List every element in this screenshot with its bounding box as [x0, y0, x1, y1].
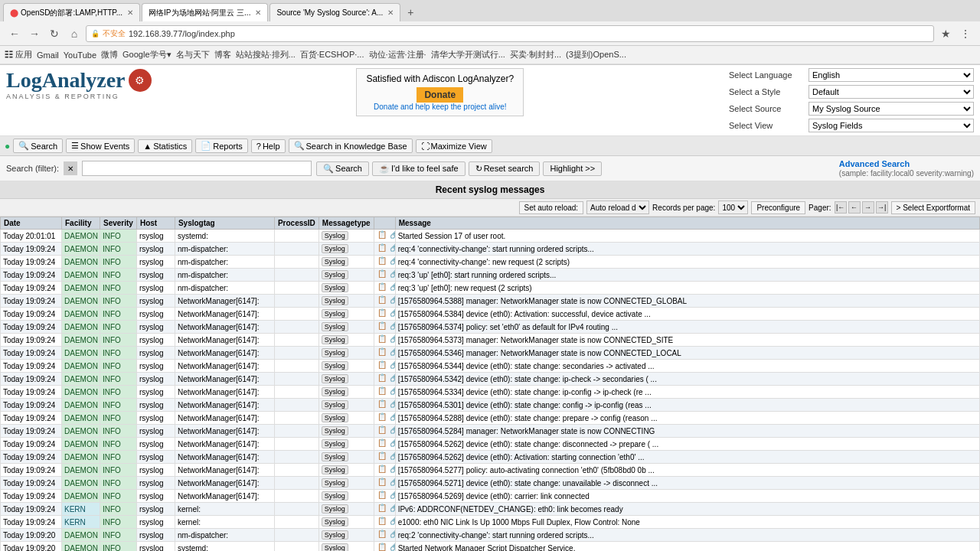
detail-icon[interactable]: 📋: [377, 425, 387, 436]
link-icon[interactable]: 🔗: [389, 256, 395, 267]
detail-icon[interactable]: 📋: [377, 295, 387, 306]
detail-icon[interactable]: 📋: [377, 243, 387, 254]
select-language-dropdown[interactable]: English: [808, 68, 974, 82]
forward-button[interactable]: →: [26, 25, 43, 42]
table-row[interactable]: Today 19:09:24 DAEMON INFO rsyslog Netwo…: [1, 412, 980, 425]
link-icon[interactable]: 🔗: [389, 295, 395, 306]
detail-icon[interactable]: 📋: [377, 530, 387, 540]
detail-icon[interactable]: 📋: [377, 269, 387, 280]
link-icon[interactable]: 🔗: [389, 491, 395, 501]
records-per-page-select[interactable]: 100: [718, 201, 748, 214]
address-text[interactable]: 192.168.39.77/log/index.php: [129, 29, 929, 38]
table-row[interactable]: Today 19:09:24 KERN INFO rsyslog kernel:…: [1, 516, 980, 529]
col-header-date[interactable]: Date: [1, 217, 62, 230]
link-icon[interactable]: 🔗: [389, 399, 395, 410]
menu-button[interactable]: ⋮: [957, 25, 974, 42]
table-row[interactable]: Today 19:09:24 DAEMON INFO rsyslog Netwo…: [1, 399, 980, 412]
auto-reload-select[interactable]: Auto reload d: [586, 201, 649, 214]
back-button[interactable]: ←: [6, 25, 23, 42]
address-bar[interactable]: 🔓 不安全 192.168.39.77/log/index.php: [86, 25, 934, 42]
search-button[interactable]: 🔍 Search: [13, 139, 63, 153]
table-row[interactable]: Today 19:09:20 DAEMON INFO rsyslog syste…: [1, 542, 980, 552]
bookmark-site1[interactable]: 站站搜站·排列...: [236, 49, 296, 60]
bookmark-tsinghua[interactable]: 清华大学开测试行...: [431, 49, 505, 60]
knowledge-base-button[interactable]: 🔍 Search in Knowledge Base: [289, 139, 413, 153]
table-row[interactable]: Today 19:09:24 DAEMON INFO rsyslog Netwo…: [1, 386, 980, 399]
new-tab-button[interactable]: +: [402, 4, 419, 21]
detail-icon[interactable]: 📋: [377, 543, 387, 551]
table-row[interactable]: Today 19:09:20 DAEMON INFO rsyslog nm-di…: [1, 529, 980, 542]
tab-3-close[interactable]: ✕: [387, 8, 394, 17]
detail-icon[interactable]: 📋: [377, 504, 387, 514]
link-icon[interactable]: 🔗: [389, 282, 395, 293]
detail-icon[interactable]: 📋: [377, 347, 387, 358]
bookmark-youtube[interactable]: YouTube: [64, 51, 96, 60]
link-icon[interactable]: 🔗: [389, 465, 395, 475]
col-header-facility[interactable]: Facility: [62, 217, 100, 230]
table-row[interactable]: Today 19:09:24 DAEMON INFO rsyslog Netwo…: [1, 438, 980, 451]
tab-1-close[interactable]: ✕: [127, 8, 133, 17]
detail-icon[interactable]: 📋: [377, 491, 387, 501]
statistics-button[interactable]: ▲ Statistics: [138, 139, 192, 153]
detail-icon[interactable]: 📋: [377, 465, 387, 475]
link-icon[interactable]: 🔗: [389, 308, 395, 319]
tab-3[interactable]: Source 'My Syslog Source': A... ✕: [270, 3, 400, 21]
link-icon[interactable]: 🔗: [389, 347, 395, 358]
select-style-dropdown[interactable]: Default: [808, 85, 974, 99]
table-row[interactable]: Today 19:09:24 DAEMON INFO rsyslog Netwo…: [1, 308, 980, 321]
bookmark-site2[interactable]: 百货·ECSHOP·...: [300, 49, 364, 60]
table-row[interactable]: Today 19:09:24 DAEMON INFO rsyslog nm-di…: [1, 269, 980, 282]
bookmark-blog[interactable]: 博客: [214, 49, 231, 60]
link-icon[interactable]: 🔗: [389, 504, 395, 514]
bookmark-weibo[interactable]: 微博: [101, 49, 118, 60]
pager-first-button[interactable]: |←: [835, 201, 847, 214]
col-header-host[interactable]: Host: [136, 217, 175, 230]
link-icon[interactable]: 🔗: [389, 360, 395, 371]
select-view-dropdown[interactable]: Syslog Fields: [808, 119, 974, 132]
link-icon[interactable]: 🔗: [389, 530, 395, 540]
detail-icon[interactable]: 📋: [377, 439, 387, 449]
table-row[interactable]: Today 19:09:24 DAEMON INFO rsyslog Netwo…: [1, 360, 980, 373]
detail-icon[interactable]: 📋: [377, 478, 387, 488]
detail-icon[interactable]: 📋: [377, 334, 387, 345]
table-row[interactable]: Today 19:09:24 DAEMON INFO rsyslog nm-di…: [1, 256, 980, 269]
search-submit-button[interactable]: 🔍 Search: [316, 161, 369, 176]
bookmark-gmail[interactable]: Gmail: [37, 51, 59, 60]
tab-2-close[interactable]: ✕: [255, 8, 261, 17]
pager-prev-button[interactable]: ←: [848, 201, 861, 214]
link-icon[interactable]: 🔗: [389, 269, 395, 280]
home-button[interactable]: ⌂: [66, 25, 83, 42]
reports-button[interactable]: 📄 Reports: [195, 139, 248, 153]
link-icon[interactable]: 🔗: [389, 439, 395, 449]
link-icon[interactable]: 🔗: [389, 517, 395, 527]
detail-icon[interactable]: 📋: [377, 321, 387, 332]
table-row[interactable]: Today 19:09:24 DAEMON INFO rsyslog Netwo…: [1, 464, 980, 477]
link-icon[interactable]: 🔗: [389, 373, 395, 384]
detail-icon[interactable]: 📋: [377, 386, 387, 397]
link-icon[interactable]: 🔗: [389, 425, 395, 436]
detail-icon[interactable]: 📋: [377, 452, 387, 462]
link-icon[interactable]: 🔗: [389, 478, 395, 488]
detail-icon[interactable]: 📋: [377, 256, 387, 267]
detail-icon[interactable]: 📋: [377, 308, 387, 319]
tab-1[interactable]: ⬤ OpenSD的部署:LAMP,HTTP... ✕: [3, 3, 140, 21]
detail-icon[interactable]: 📋: [377, 373, 387, 384]
donate-link[interactable]: Donate and help keep the project alive!: [366, 103, 514, 111]
detail-icon[interactable]: 📋: [377, 399, 387, 410]
detail-icon[interactable]: 📋: [377, 360, 387, 371]
highlight-button[interactable]: Highlight >>: [543, 161, 602, 176]
help-button[interactable]: ? Help: [251, 139, 286, 153]
detail-icon[interactable]: 📋: [377, 230, 387, 241]
col-header-severity[interactable]: Severity: [100, 217, 137, 230]
donate-button[interactable]: Donate: [416, 87, 463, 103]
col-header-syslogtag[interactable]: Syslogtag: [175, 217, 274, 230]
col-header-message[interactable]: Message: [395, 217, 979, 230]
feel-lucky-button[interactable]: ☕ I'd like to feel safe: [372, 161, 466, 176]
table-row[interactable]: Today 19:09:24 DAEMON INFO rsyslog nm-di…: [1, 243, 980, 256]
pager-next-button[interactable]: →: [862, 201, 874, 214]
set-auto-reload-button[interactable]: Set auto reload:: [519, 201, 584, 214]
table-row[interactable]: Today 19:09:24 KERN INFO rsyslog kernel:…: [1, 503, 980, 516]
reload-button[interactable]: ↻: [46, 25, 63, 42]
table-row[interactable]: Today 19:09:24 DAEMON INFO rsyslog Netwo…: [1, 477, 980, 490]
bookmark-opensd[interactable]: (3提到)OpenS...: [566, 49, 626, 60]
